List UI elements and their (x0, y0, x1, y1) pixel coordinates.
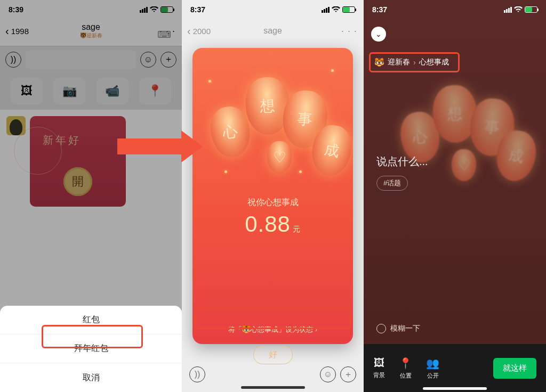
signal-icon (504, 7, 512, 13)
pin-icon: 📍 (399, 357, 412, 370)
lanterns-illustration: 心 想 事 成 ♡ (364, 69, 546, 323)
red-envelope-message[interactable]: 新年好 開 (30, 116, 126, 207)
chevron-left-icon: ‹ (187, 26, 191, 36)
emoji-icon[interactable]: ☺ (320, 366, 336, 382)
screen-open-envelope: 8:37 ‹ 2000 sage · · · 心 想 事 成 ♡ (182, 0, 364, 392)
back-button[interactable]: ‹ 2000 (187, 26, 211, 36)
lantern-char: 成 (323, 139, 341, 161)
gallery-icon[interactable]: 🖼 (11, 78, 43, 104)
back-count: 1998 (11, 27, 29, 36)
composer-toolbar: 🖼 背景 📍 位置 👥 公开 就这样 (364, 344, 546, 392)
envelope-open-button[interactable]: 開 (63, 167, 92, 196)
topic-chip[interactable]: #话题 (376, 176, 408, 191)
background-button[interactable]: 🖼 背景 (373, 357, 385, 379)
amount-text: 0.88元 (192, 211, 353, 237)
lanterns-illustration: 心 想 事 成 ♡ (192, 48, 353, 186)
close-dropdown-button[interactable]: ⌄ (371, 27, 386, 42)
chat-input-bar: )) ☺ ＋ (0, 46, 182, 72)
location-button[interactable]: 📍 位置 (399, 357, 412, 380)
status-time: 8:37 (190, 5, 205, 14)
message-input[interactable] (26, 51, 136, 69)
set-status-button[interactable]: 将「🐯心想事成」设为状态 › (192, 325, 353, 334)
attachment-tray: 🖼 📷 📹 📍 (0, 72, 182, 110)
people-icon: 👥 (426, 357, 439, 370)
status-text-input[interactable]: 说点什么... (376, 154, 428, 169)
more-button[interactable]: · · · (341, 26, 357, 37)
radio-icon (376, 324, 386, 333)
chat-input-bar: )) ☺ ＋ (182, 366, 364, 382)
chevron-right-icon: › (315, 326, 317, 333)
battery-icon (160, 6, 173, 13)
signal-icon (322, 7, 330, 13)
keyboard-icon: ⌨︎ (157, 29, 171, 40)
wifi-icon (514, 6, 523, 13)
screen-status-composer: 8:37 ⌄ 🐯 迎新春 › 心想事成 心 想 事 成 ♡ 说点什么... #话… (364, 0, 546, 392)
image-icon: 🖼 (374, 357, 384, 369)
plus-icon[interactable]: ＋ (160, 52, 176, 68)
voice-icon[interactable]: )) (189, 366, 205, 382)
camera-icon[interactable]: 📷 (53, 78, 85, 104)
voice-icon[interactable]: )) (5, 52, 21, 68)
back-button[interactable]: ‹ 1998 (5, 26, 29, 36)
breadcrumb[interactable]: 🐯 迎新春 › 心想事成 (374, 58, 449, 67)
chevron-right-icon: › (413, 58, 416, 67)
wifi-icon (150, 6, 158, 13)
visibility-button[interactable]: 👥 公开 (426, 357, 439, 380)
sheet-hongbao[interactable]: 红包 (0, 306, 182, 334)
sheet-newyear-hongbao[interactable]: 拜年红包 (0, 334, 182, 363)
crumb-a: 迎新春 (388, 58, 410, 67)
chat-title: sage (263, 26, 282, 36)
wifi-icon (332, 6, 340, 13)
crumb-b: 心想事成 (419, 58, 449, 67)
chat-title: sage (80, 22, 102, 32)
nav-bar: ‹ 1998 sage 🐯迎新春 · · · (0, 19, 182, 43)
chevron-left-icon: ‹ (5, 26, 9, 36)
plus-icon[interactable]: ＋ (340, 366, 356, 382)
battery-icon (342, 6, 355, 13)
lantern-char: 事 (296, 109, 313, 130)
action-sheet: 红包 拜年红包 取消 (0, 306, 182, 392)
location-icon[interactable]: 📍 (139, 78, 171, 104)
home-indicator[interactable] (241, 386, 305, 389)
flow-arrow-icon (117, 138, 181, 154)
signal-icon (140, 7, 148, 13)
confirm-button[interactable]: 就这样 (493, 358, 536, 379)
lantern-char: ♡ (273, 149, 286, 166)
video-icon[interactable]: 📹 (97, 78, 129, 104)
status-bar: 8:37 (364, 0, 546, 19)
lantern-char: 想 (260, 95, 276, 116)
sheet-cancel[interactable]: 取消 (0, 363, 182, 392)
lantern-char: 心 (221, 121, 239, 143)
back-count: 2000 (193, 27, 211, 36)
emoji-icon[interactable]: ☺ (140, 52, 156, 68)
status-bar: 8:39 (0, 0, 182, 19)
screen-chat: 8:39 ‹ 1998 sage 🐯迎新春 · · · (0, 0, 182, 392)
status-bar: 8:37 (182, 0, 364, 19)
chat-subtitle: 迎新春 (86, 32, 102, 38)
status-time: 8:37 (372, 5, 387, 14)
chevron-down-icon: ⌄ (375, 30, 382, 38)
envelope-result-card: 心 想 事 成 ♡ 祝你心想事成 0.88元 将「🐯心想事成」设为状态 › (192, 48, 353, 344)
battery-icon (525, 6, 537, 13)
status-time: 8:39 (9, 5, 23, 14)
wish-text: 祝你心想事成 (192, 197, 353, 208)
tiger-icon: 🐯 (374, 58, 384, 67)
nav-bar: ‹ 2000 sage · · · (182, 19, 364, 43)
home-indicator[interactable] (423, 387, 487, 390)
blur-toggle[interactable]: 模糊一下 (376, 324, 420, 333)
ok-button[interactable]: 好 (253, 346, 293, 364)
